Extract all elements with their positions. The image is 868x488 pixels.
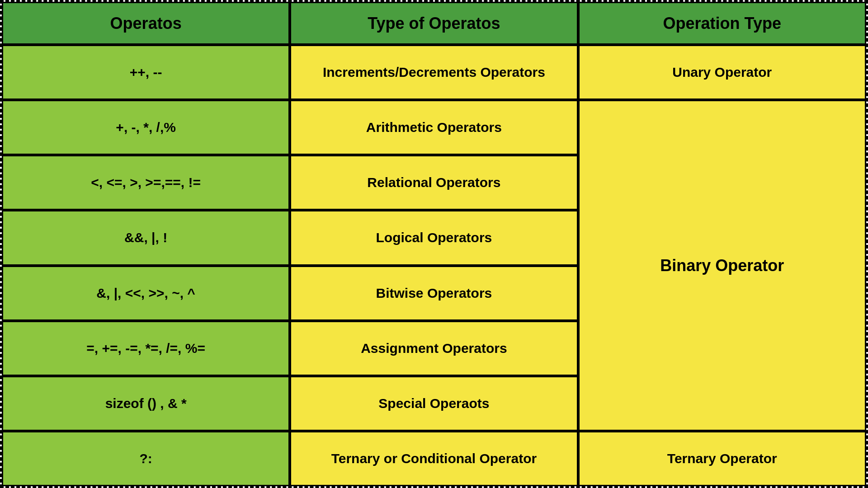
cell-symbols-special: sizeof () , & * [2,376,290,431]
cell-operation-binary: Binary Operator [578,100,866,431]
header-operatos: Operatos [2,2,290,45]
cell-type-logical: Logical Operators [290,210,578,265]
cell-symbols-arithmetic: +, -, *, /,% [2,100,290,155]
binary-col12: +, -, *, /,% Arithmetic Operators <, <=,… [2,100,578,431]
table-row-unary: ++, -- Increments/Decrements Operators U… [2,45,866,100]
cell-type-bitwise: Bitwise Operators [290,266,578,321]
table-row-special: sizeof () , & * Special Operaots [2,376,578,431]
cell-symbols-assignment: =, +=, -=, *=, /=, %= [2,321,290,376]
cell-symbols-bitwise: &, |, <<, >>, ~, ^ [2,266,290,321]
cell-symbols-relational: <, <=, >, >=,==, != [2,155,290,210]
cell-symbols-ternary: ?: [2,431,290,486]
cell-type-ternary: Ternary or Conditional Operator [290,431,578,486]
table-row-ternary: ?: Ternary or Conditional Operator Terna… [2,431,866,486]
cell-operation-unary: Unary Operator [578,45,866,100]
cell-symbols-unary: ++, -- [2,45,290,100]
cell-type-relational: Relational Operators [290,155,578,210]
binary-section: +, -, *, /,% Arithmetic Operators <, <=,… [2,100,866,431]
table-header: Operatos Type of Operatos Operation Type [2,2,866,45]
table-row-assignment: =, +=, -=, *=, /=, %= Assignment Operato… [2,321,578,376]
cell-type-special: Special Operaots [290,376,578,431]
table-row-arithmetic: +, -, *, /,% Arithmetic Operators [2,100,578,155]
header-operation-type: Operation Type [578,2,866,45]
cell-type-arithmetic: Arithmetic Operators [290,100,578,155]
table-row-relational: <, <=, >, >=,==, != Relational Operators [2,155,578,210]
table-body: ++, -- Increments/Decrements Operators U… [2,45,866,486]
cell-type-unary: Increments/Decrements Operators [290,45,578,100]
table-row-bitwise: &, |, <<, >>, ~, ^ Bitwise Operators [2,266,578,321]
cell-symbols-logical: &&, |, ! [2,210,290,265]
cell-type-assignment: Assignment Operators [290,321,578,376]
main-table: Operatos Type of Operatos Operation Type… [0,0,868,488]
cell-operation-ternary: Ternary Operator [578,431,866,486]
table-row-logical: &&, |, ! Logical Operators [2,210,578,265]
header-type-of-operatos: Type of Operatos [290,2,578,45]
